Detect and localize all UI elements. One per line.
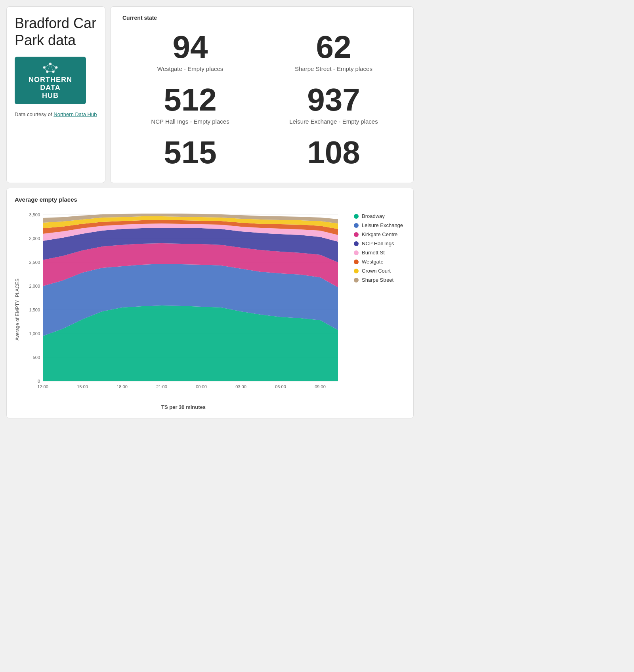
chart-legend: Broadway Leisure Exchange Kirkgate Centr… bbox=[354, 209, 417, 283]
svg-text:00:00: 00:00 bbox=[196, 384, 207, 389]
crown-court-dot bbox=[354, 269, 359, 273]
sharpe-street-dot bbox=[354, 278, 359, 283]
stat-six-number: 108 bbox=[270, 137, 397, 168]
stat-leisure-label: Leisure Exchange - Empty places bbox=[270, 118, 397, 125]
broadway-dot bbox=[354, 214, 359, 219]
ncp-hall-ings-label: NCP Hall Ings bbox=[362, 241, 394, 246]
stat-ncp-label: NCP Hall Ings - Empty places bbox=[126, 118, 254, 125]
westgate-dot bbox=[354, 260, 359, 264]
current-state-title: Current state bbox=[122, 15, 401, 21]
stat-sharpe-street-number: 62 bbox=[270, 31, 397, 63]
sidebar: Bradford Car Park data NORTHERN DATA HUB bbox=[6, 6, 105, 183]
svg-text:18:00: 18:00 bbox=[116, 384, 128, 389]
stats-grid: 94 Westgate - Empty places 62 Sharpe Str… bbox=[122, 27, 401, 175]
stat-westgate-label: Westgate - Empty places bbox=[126, 65, 254, 72]
chart-title: Average empty places bbox=[15, 196, 405, 203]
x-axis-label: TS per 30 minutes bbox=[25, 404, 342, 410]
stat-five-number: 515 bbox=[126, 137, 254, 168]
burnett-st-dot bbox=[354, 250, 359, 255]
svg-text:12:00: 12:00 bbox=[37, 384, 48, 389]
svg-text:06:00: 06:00 bbox=[275, 384, 286, 389]
chart-svg: 3,500 3,000 2,500 2,000 1,500 1,000 500 … bbox=[25, 209, 342, 399]
svg-text:3,500: 3,500 bbox=[29, 212, 40, 217]
legend-sharpe-street: Sharpe Street bbox=[354, 277, 417, 283]
legend-kirkgate-centre: Kirkgate Centre bbox=[354, 231, 417, 237]
stat-leisure-exchange: 937 Leisure Exchange - Empty places bbox=[266, 80, 401, 129]
svg-line-5 bbox=[44, 64, 50, 67]
svg-text:09:00: 09:00 bbox=[315, 384, 326, 389]
data-courtesy: Data courtesy of Northern Data Hub bbox=[15, 111, 97, 118]
legend-burnett-st: Burnett St bbox=[354, 250, 417, 256]
northern-data-hub-link[interactable]: Northern Data Hub bbox=[53, 111, 97, 117]
stat-ncp-number: 512 bbox=[126, 84, 254, 116]
legend-crown-court: Crown Court bbox=[354, 268, 417, 274]
svg-line-7 bbox=[44, 68, 48, 72]
leisure-exchange-label: Leisure Exchange bbox=[362, 222, 403, 228]
burnett-st-label: Burnett St bbox=[362, 250, 385, 256]
stat-five: 515 bbox=[122, 133, 258, 175]
leisure-exchange-dot bbox=[354, 223, 359, 228]
svg-text:21:00: 21:00 bbox=[156, 384, 167, 389]
svg-line-11 bbox=[50, 64, 53, 72]
svg-text:3,000: 3,000 bbox=[29, 236, 40, 241]
svg-text:1,500: 1,500 bbox=[29, 307, 40, 312]
chart-container: Average of EMPTY_PLACES 3,500 3,000 2,50… bbox=[15, 209, 405, 410]
chart-area: Average of EMPTY_PLACES 3,500 3,000 2,50… bbox=[15, 209, 342, 410]
svg-text:2,500: 2,500 bbox=[29, 260, 40, 265]
chart-inner: 3,500 3,000 2,500 2,000 1,500 1,000 500 … bbox=[25, 209, 342, 410]
kirkgate-centre-label: Kirkgate Centre bbox=[362, 231, 397, 237]
svg-text:15:00: 15:00 bbox=[77, 384, 88, 389]
stat-sharpe-street: 62 Sharpe Street - Empty places bbox=[266, 27, 401, 76]
svg-text:2,000: 2,000 bbox=[29, 284, 40, 288]
stat-ncp-hall-ings: 512 NCP Hall Ings - Empty places bbox=[122, 80, 258, 129]
svg-line-6 bbox=[50, 64, 56, 67]
page-title: Bradford Car Park data bbox=[15, 15, 97, 49]
legend-westgate: Westgate bbox=[354, 259, 417, 265]
svg-text:03:00: 03:00 bbox=[235, 384, 246, 389]
stat-six: 108 bbox=[266, 133, 401, 175]
svg-text:1,000: 1,000 bbox=[29, 331, 40, 336]
westgate-label: Westgate bbox=[362, 259, 384, 265]
svg-text:500: 500 bbox=[33, 355, 40, 360]
broadway-label: Broadway bbox=[362, 213, 385, 219]
y-axis-label: Average of EMPTY_PLACES bbox=[15, 279, 20, 341]
svg-line-8 bbox=[53, 68, 57, 72]
ncp-hall-ings-dot bbox=[354, 241, 359, 246]
legend-ncp-hall-ings: NCP Hall Ings bbox=[354, 241, 417, 246]
legend-broadway: Broadway bbox=[354, 213, 417, 219]
sharpe-street-label: Sharpe Street bbox=[362, 277, 393, 283]
stat-sharpe-street-label: Sharpe Street - Empty places bbox=[270, 65, 397, 72]
stat-leisure-number: 937 bbox=[270, 84, 397, 116]
kirkgate-centre-dot bbox=[354, 232, 359, 237]
svg-text:0: 0 bbox=[38, 379, 40, 384]
stat-westgate: 94 Westgate - Empty places bbox=[122, 27, 258, 76]
chart-section: Average empty places Average of EMPTY_PL… bbox=[6, 188, 414, 418]
northern-data-hub-logo: NORTHERN DATA HUB bbox=[15, 57, 86, 104]
stat-westgate-number: 94 bbox=[126, 31, 254, 63]
crown-court-label: Crown Court bbox=[362, 268, 391, 274]
logo-text: NORTHERN DATA HUB bbox=[29, 76, 72, 99]
legend-leisure-exchange: Leisure Exchange bbox=[354, 222, 417, 228]
logo-network-icon bbox=[38, 61, 62, 74]
current-state-panel: Current state 94 Westgate - Empty places… bbox=[110, 6, 414, 183]
svg-line-10 bbox=[47, 64, 50, 72]
